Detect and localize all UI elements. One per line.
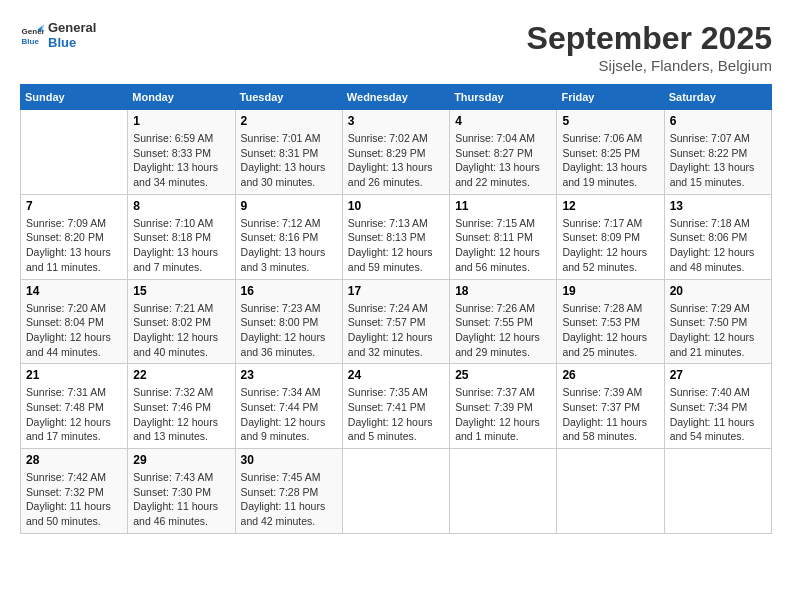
day-number: 14: [26, 284, 122, 298]
day-info: Sunrise: 7:31 AMSunset: 7:48 PMDaylight:…: [26, 385, 122, 444]
day-info: Sunrise: 7:21 AMSunset: 8:02 PMDaylight:…: [133, 301, 229, 360]
header-cell-monday: Monday: [128, 85, 235, 110]
day-info: Sunrise: 7:39 AMSunset: 7:37 PMDaylight:…: [562, 385, 658, 444]
header-cell-tuesday: Tuesday: [235, 85, 342, 110]
day-number: 20: [670, 284, 766, 298]
header-cell-wednesday: Wednesday: [342, 85, 449, 110]
header-cell-sunday: Sunday: [21, 85, 128, 110]
day-info: Sunrise: 7:12 AMSunset: 8:16 PMDaylight:…: [241, 216, 337, 275]
day-number: 12: [562, 199, 658, 213]
day-info: Sunrise: 7:02 AMSunset: 8:29 PMDaylight:…: [348, 131, 444, 190]
day-number: 13: [670, 199, 766, 213]
title-block: September 2025 Sijsele, Flanders, Belgiu…: [527, 20, 772, 74]
day-info: Sunrise: 7:34 AMSunset: 7:44 PMDaylight:…: [241, 385, 337, 444]
week-row-2: 7 Sunrise: 7:09 AMSunset: 8:20 PMDayligh…: [21, 194, 772, 279]
day-number: 10: [348, 199, 444, 213]
day-cell: 2 Sunrise: 7:01 AMSunset: 8:31 PMDayligh…: [235, 110, 342, 195]
week-row-3: 14 Sunrise: 7:20 AMSunset: 8:04 PMDaylig…: [21, 279, 772, 364]
day-number: 11: [455, 199, 551, 213]
day-number: 19: [562, 284, 658, 298]
day-cell: 18 Sunrise: 7:26 AMSunset: 7:55 PMDaylig…: [450, 279, 557, 364]
day-number: 28: [26, 453, 122, 467]
day-number: 5: [562, 114, 658, 128]
day-info: Sunrise: 7:32 AMSunset: 7:46 PMDaylight:…: [133, 385, 229, 444]
day-cell: [664, 449, 771, 534]
day-info: Sunrise: 7:24 AMSunset: 7:57 PMDaylight:…: [348, 301, 444, 360]
day-cell: [342, 449, 449, 534]
day-number: 9: [241, 199, 337, 213]
week-row-1: 1 Sunrise: 6:59 AMSunset: 8:33 PMDayligh…: [21, 110, 772, 195]
day-info: Sunrise: 7:23 AMSunset: 8:00 PMDaylight:…: [241, 301, 337, 360]
day-cell: 11 Sunrise: 7:15 AMSunset: 8:11 PMDaylig…: [450, 194, 557, 279]
day-number: 1: [133, 114, 229, 128]
day-cell: [21, 110, 128, 195]
day-cell: 19 Sunrise: 7:28 AMSunset: 7:53 PMDaylig…: [557, 279, 664, 364]
day-info: Sunrise: 7:10 AMSunset: 8:18 PMDaylight:…: [133, 216, 229, 275]
week-row-4: 21 Sunrise: 7:31 AMSunset: 7:48 PMDaylig…: [21, 364, 772, 449]
day-info: Sunrise: 7:26 AMSunset: 7:55 PMDaylight:…: [455, 301, 551, 360]
day-info: Sunrise: 7:07 AMSunset: 8:22 PMDaylight:…: [670, 131, 766, 190]
day-cell: 7 Sunrise: 7:09 AMSunset: 8:20 PMDayligh…: [21, 194, 128, 279]
day-info: Sunrise: 7:15 AMSunset: 8:11 PMDaylight:…: [455, 216, 551, 275]
day-cell: 10 Sunrise: 7:13 AMSunset: 8:13 PMDaylig…: [342, 194, 449, 279]
day-info: Sunrise: 7:17 AMSunset: 8:09 PMDaylight:…: [562, 216, 658, 275]
day-info: Sunrise: 7:35 AMSunset: 7:41 PMDaylight:…: [348, 385, 444, 444]
day-cell: [557, 449, 664, 534]
day-number: 8: [133, 199, 229, 213]
logo: General Blue General Blue: [20, 20, 96, 50]
day-info: Sunrise: 7:45 AMSunset: 7:28 PMDaylight:…: [241, 470, 337, 529]
header-row: SundayMondayTuesdayWednesdayThursdayFrid…: [21, 85, 772, 110]
day-number: 24: [348, 368, 444, 382]
day-info: Sunrise: 6:59 AMSunset: 8:33 PMDaylight:…: [133, 131, 229, 190]
day-info: Sunrise: 7:43 AMSunset: 7:30 PMDaylight:…: [133, 470, 229, 529]
day-number: 6: [670, 114, 766, 128]
day-info: Sunrise: 7:40 AMSunset: 7:34 PMDaylight:…: [670, 385, 766, 444]
day-cell: 5 Sunrise: 7:06 AMSunset: 8:25 PMDayligh…: [557, 110, 664, 195]
day-number: 17: [348, 284, 444, 298]
day-info: Sunrise: 7:28 AMSunset: 7:53 PMDaylight:…: [562, 301, 658, 360]
day-info: Sunrise: 7:42 AMSunset: 7:32 PMDaylight:…: [26, 470, 122, 529]
day-cell: 16 Sunrise: 7:23 AMSunset: 8:00 PMDaylig…: [235, 279, 342, 364]
day-cell: 29 Sunrise: 7:43 AMSunset: 7:30 PMDaylig…: [128, 449, 235, 534]
day-cell: 17 Sunrise: 7:24 AMSunset: 7:57 PMDaylig…: [342, 279, 449, 364]
header-cell-friday: Friday: [557, 85, 664, 110]
week-row-5: 28 Sunrise: 7:42 AMSunset: 7:32 PMDaylig…: [21, 449, 772, 534]
day-number: 26: [562, 368, 658, 382]
day-cell: 15 Sunrise: 7:21 AMSunset: 8:02 PMDaylig…: [128, 279, 235, 364]
logo-general: General: [48, 20, 96, 35]
calendar-table: SundayMondayTuesdayWednesdayThursdayFrid…: [20, 84, 772, 534]
header-cell-thursday: Thursday: [450, 85, 557, 110]
day-number: 29: [133, 453, 229, 467]
day-cell: 13 Sunrise: 7:18 AMSunset: 8:06 PMDaylig…: [664, 194, 771, 279]
day-cell: 27 Sunrise: 7:40 AMSunset: 7:34 PMDaylig…: [664, 364, 771, 449]
day-cell: [450, 449, 557, 534]
day-cell: 3 Sunrise: 7:02 AMSunset: 8:29 PMDayligh…: [342, 110, 449, 195]
day-info: Sunrise: 7:18 AMSunset: 8:06 PMDaylight:…: [670, 216, 766, 275]
day-info: Sunrise: 7:13 AMSunset: 8:13 PMDaylight:…: [348, 216, 444, 275]
day-number: 7: [26, 199, 122, 213]
location: Sijsele, Flanders, Belgium: [527, 57, 772, 74]
day-cell: 26 Sunrise: 7:39 AMSunset: 7:37 PMDaylig…: [557, 364, 664, 449]
day-number: 30: [241, 453, 337, 467]
day-number: 16: [241, 284, 337, 298]
day-info: Sunrise: 7:37 AMSunset: 7:39 PMDaylight:…: [455, 385, 551, 444]
day-cell: 23 Sunrise: 7:34 AMSunset: 7:44 PMDaylig…: [235, 364, 342, 449]
day-number: 27: [670, 368, 766, 382]
day-cell: 22 Sunrise: 7:32 AMSunset: 7:46 PMDaylig…: [128, 364, 235, 449]
day-cell: 14 Sunrise: 7:20 AMSunset: 8:04 PMDaylig…: [21, 279, 128, 364]
day-cell: 4 Sunrise: 7:04 AMSunset: 8:27 PMDayligh…: [450, 110, 557, 195]
day-number: 3: [348, 114, 444, 128]
day-cell: 30 Sunrise: 7:45 AMSunset: 7:28 PMDaylig…: [235, 449, 342, 534]
day-number: 15: [133, 284, 229, 298]
day-number: 2: [241, 114, 337, 128]
day-cell: 28 Sunrise: 7:42 AMSunset: 7:32 PMDaylig…: [21, 449, 128, 534]
day-cell: 8 Sunrise: 7:10 AMSunset: 8:18 PMDayligh…: [128, 194, 235, 279]
day-number: 4: [455, 114, 551, 128]
day-cell: 9 Sunrise: 7:12 AMSunset: 8:16 PMDayligh…: [235, 194, 342, 279]
day-cell: 21 Sunrise: 7:31 AMSunset: 7:48 PMDaylig…: [21, 364, 128, 449]
logo-icon: General Blue: [20, 23, 44, 47]
svg-text:Blue: Blue: [22, 37, 40, 46]
day-cell: 6 Sunrise: 7:07 AMSunset: 8:22 PMDayligh…: [664, 110, 771, 195]
day-cell: 12 Sunrise: 7:17 AMSunset: 8:09 PMDaylig…: [557, 194, 664, 279]
day-info: Sunrise: 7:09 AMSunset: 8:20 PMDaylight:…: [26, 216, 122, 275]
